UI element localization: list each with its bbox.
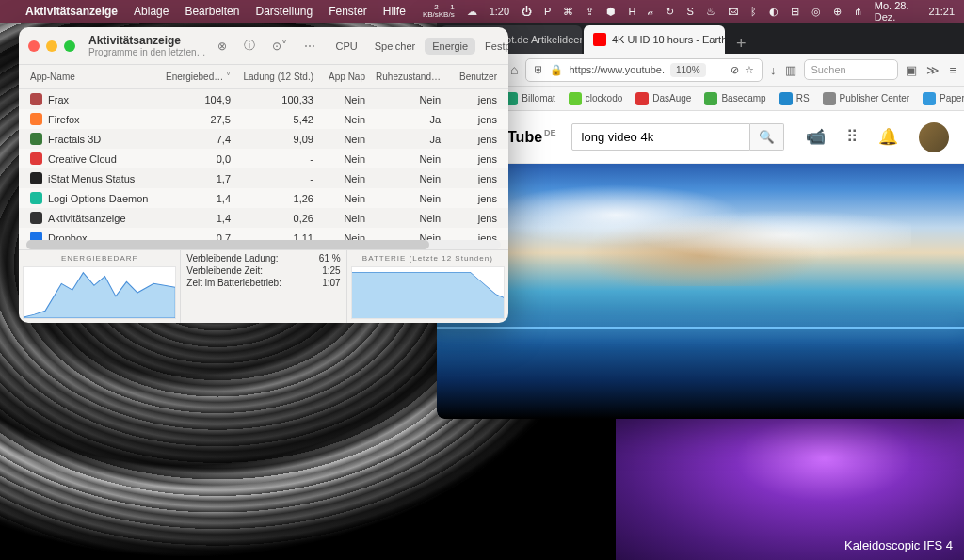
close-window-button[interactable] xyxy=(28,40,40,52)
bookmark-item[interactable]: Paper xyxy=(923,92,964,105)
app-icon xyxy=(30,113,42,125)
hamburger-menu-icon[interactable]: ≡ xyxy=(949,63,956,77)
table-row[interactable]: Fractals 3D7,49,09NeinJajens xyxy=(19,129,508,149)
browser-search[interactable]: Suchen xyxy=(804,59,898,80)
info-button[interactable]: ⓘ xyxy=(240,36,259,56)
menu-edit[interactable]: Bearbeiten xyxy=(185,5,239,18)
col-nap[interactable]: App Nap xyxy=(317,70,369,84)
status-icon[interactable]: ⇪ xyxy=(586,6,594,18)
youtube-search-input[interactable] xyxy=(571,123,750,151)
status-icon[interactable]: ↻ xyxy=(666,6,674,18)
menubar-clock[interactable]: 21:21 xyxy=(928,6,955,17)
cell-user: jens xyxy=(444,152,501,167)
url-bar[interactable]: ⛨ 🔒 https://www.youtube. 110% ⊘ ☆ xyxy=(525,58,762,82)
video-player[interactable] xyxy=(437,164,964,419)
library-icon[interactable]: ▥ xyxy=(785,63,796,77)
horizontal-scrollbar[interactable] xyxy=(26,240,501,249)
cell-energy: 27,5 xyxy=(159,112,234,127)
table-row[interactable]: Dropbox0,71,11NeinNeinjens xyxy=(19,228,508,240)
col-rest[interactable]: Ruhezustand… xyxy=(369,70,444,84)
youtube-search-button[interactable]: 🔍 xyxy=(750,123,784,151)
wifi-icon[interactable]: ⋔ xyxy=(854,6,862,18)
apps-grid-icon[interactable]: ⠿ xyxy=(846,127,858,147)
notifications-bell-icon[interactable]: 🔔 xyxy=(878,127,898,147)
table-row[interactable]: Aktivitätsanzeige1,40,26NeinNeinjens xyxy=(19,208,508,228)
sidebar-icon[interactable]: ▣ xyxy=(906,63,917,77)
bookmark-item[interactable]: DasAuge xyxy=(635,92,691,105)
col-user[interactable]: Benutzer xyxy=(444,70,501,84)
table-row[interactable]: Firefox27,55,42NeinJajens xyxy=(19,109,508,129)
bookmark-star-icon[interactable]: ☆ xyxy=(745,64,754,76)
table-header[interactable]: App-Name Energiebed… Ladung (12 Std.) Ap… xyxy=(19,65,508,89)
zoom-window-button[interactable] xyxy=(64,40,75,52)
app-icon xyxy=(30,93,42,105)
menu-view[interactable]: Darstellung xyxy=(255,5,313,18)
dropbox-icon[interactable]: ⬢ xyxy=(606,6,616,18)
status-icon[interactable]: ⊕ xyxy=(833,6,842,18)
tab-cpu[interactable]: CPU xyxy=(329,38,365,55)
bookmark-item[interactable]: Basecamp xyxy=(704,92,765,105)
table-row[interactable]: Frax104,9100,33NeinNeinjens xyxy=(19,89,508,109)
window-titlebar[interactable]: Aktivitätsanzeige Programme in den letzt… xyxy=(19,27,508,65)
status-icon[interactable]: ◎ xyxy=(811,6,821,18)
options-button[interactable]: ⊙˅ xyxy=(268,38,291,55)
bookmark-item[interactable]: clockodo xyxy=(569,92,622,105)
home-button[interactable]: ⌂ xyxy=(510,62,518,77)
status-icon[interactable]: P xyxy=(544,6,551,17)
bookmark-item[interactable]: Publisher Center xyxy=(823,92,909,105)
status-icon[interactable]: ⏻ xyxy=(522,6,532,17)
col-app-name[interactable]: App-Name xyxy=(26,70,159,84)
stat-value: 1:07 xyxy=(322,278,340,288)
shield-icon[interactable]: ⛨ xyxy=(534,64,544,75)
youtube-region: DE xyxy=(544,128,556,137)
bookmark-item[interactable]: Billomat xyxy=(505,92,555,105)
window-subtitle: Programme in den letzten… xyxy=(88,47,206,57)
cell-name: Frax xyxy=(48,94,69,105)
bookmark-item[interactable]: RS xyxy=(779,92,810,105)
status-icon[interactable]: ♨ xyxy=(706,6,715,18)
new-tab-button[interactable]: + xyxy=(727,34,756,54)
menu-help[interactable]: Hilfe xyxy=(383,5,406,18)
menu-window[interactable]: Fenster xyxy=(329,5,367,18)
status-icon[interactable]: ◐ xyxy=(769,6,779,18)
browser-tab[interactable]: 4K UHD 10 hours - Earth fr 🔊 × xyxy=(584,25,725,54)
table-row[interactable]: iStat Menus Status1,7-NeinNeinjens xyxy=(19,168,508,188)
stat-label: Zeit im Batteriebetrieb: xyxy=(186,278,281,288)
download-icon[interactable]: ↓ xyxy=(770,63,777,77)
app-icon xyxy=(30,232,42,240)
stop-process-button[interactable]: ⊗ xyxy=(214,38,231,55)
cell-nap: Nein xyxy=(317,231,369,241)
create-video-icon[interactable]: 📹 xyxy=(806,127,826,147)
network-stats[interactable]: 2 KB/s1 KB/s xyxy=(423,4,455,19)
lock-icon[interactable]: 🔒 xyxy=(550,64,563,76)
tab-energy[interactable]: Energie xyxy=(425,38,475,55)
table-row[interactable]: Creative Cloud0,0-NeinNeinjens xyxy=(19,149,508,168)
status-icon[interactable]: ⌘ xyxy=(563,6,573,18)
menubar-date[interactable]: Mo. 28. Dez. xyxy=(875,0,917,23)
window-title: Aktivitätsanzeige xyxy=(88,34,206,47)
more-button[interactable]: ⋯ xyxy=(300,38,319,55)
bluetooth-icon[interactable]: ᛒ xyxy=(750,6,757,17)
menu-file[interactable]: Ablage xyxy=(134,5,169,18)
status-icon[interactable]: ☁ xyxy=(467,6,477,18)
cell-rest: Nein xyxy=(369,171,444,186)
tab-disk[interactable]: Festplatte xyxy=(477,38,508,55)
status-icon[interactable]: H xyxy=(628,6,635,17)
status-icon[interactable]: ⊞ xyxy=(791,6,799,18)
minimize-window-button[interactable] xyxy=(46,40,57,52)
col-charge[interactable]: Ladung (12 Std.) xyxy=(234,70,317,84)
cell-charge: 9,09 xyxy=(234,132,317,147)
table-row[interactable]: Logi Options Daemon1,41,26NeinNeinjens xyxy=(19,188,508,208)
tab-memory[interactable]: Speicher xyxy=(367,38,423,55)
zoom-badge[interactable]: 110% xyxy=(670,63,706,77)
status-icon[interactable]: 🖂 xyxy=(728,6,738,17)
menubar-time-small[interactable]: 1:20 xyxy=(490,6,509,17)
status-icon[interactable]: S xyxy=(686,6,693,17)
process-list: Frax104,9100,33NeinNeinjensFirefox27,55,… xyxy=(19,89,508,240)
menubar-app-name[interactable]: Aktivitätsanzeige xyxy=(25,5,118,18)
status-icon[interactable]: 𝒶 xyxy=(648,6,653,18)
col-energy[interactable]: Energiebed… xyxy=(159,70,234,84)
reader-icon[interactable]: ⊘ xyxy=(731,64,739,76)
user-avatar[interactable] xyxy=(919,122,949,152)
overflow-menu-icon[interactable]: ≫ xyxy=(926,63,940,77)
